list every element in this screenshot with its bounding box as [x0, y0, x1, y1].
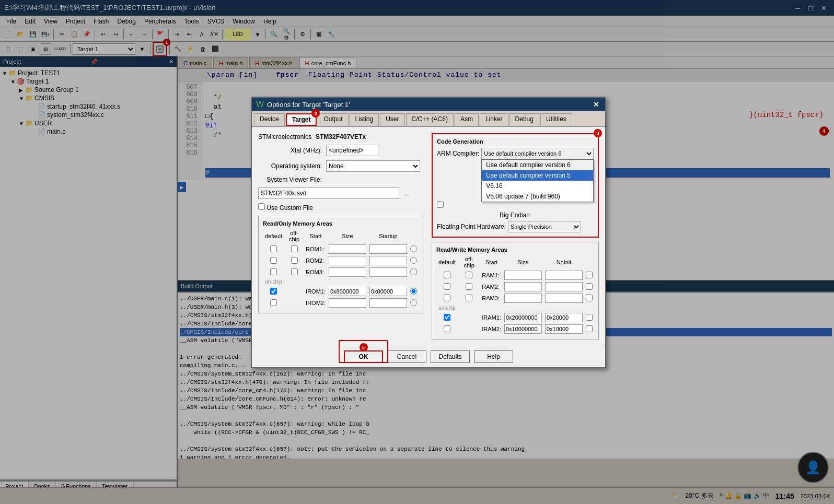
rom3-default-cb[interactable]: [270, 268, 277, 275]
dialog-tab-linker[interactable]: Linker: [480, 113, 508, 126]
dialog-left-section: STMicroelectronics STM32F407VETx Xtal (M…: [258, 133, 423, 339]
ok-btn-wrapper: OK 5: [344, 350, 383, 363]
iram1-default-cb[interactable]: [444, 314, 450, 321]
iram2-size[interactable]: [545, 324, 583, 334]
iram1-noinit-cb[interactable]: [586, 314, 593, 321]
dialog-title-label: Options for Target 'Target 1': [267, 101, 350, 109]
ok-button[interactable]: OK: [344, 350, 383, 363]
irom2-default-cb[interactable]: [270, 299, 277, 306]
rom3-size[interactable]: [369, 267, 407, 277]
dialog-tab-debug[interactable]: Debug: [509, 113, 539, 126]
ram2-offchip-cb[interactable]: [466, 283, 472, 290]
irom2-row: IROM2:: [263, 297, 419, 309]
rom3-offchip-cb[interactable]: [291, 268, 298, 275]
on-chip-rw-row: on-chip: [436, 304, 594, 312]
irom2-size[interactable]: [369, 298, 407, 308]
dialog-tab-utilities[interactable]: Utilities: [540, 113, 572, 126]
rom2-start[interactable]: [329, 256, 366, 265]
rw-col-default: default: [436, 255, 458, 269]
use-microlib-checkbox[interactable]: [437, 201, 444, 208]
ram3-offchip-cb[interactable]: [466, 295, 472, 301]
annotation-3: 3: [594, 129, 602, 137]
rom3-startup-rb[interactable]: [410, 268, 417, 275]
code-gen-title: Code Generation: [437, 138, 594, 145]
ram2-default-cb[interactable]: [444, 283, 450, 290]
rom1-startup-rb[interactable]: [410, 245, 417, 252]
rom3-row: ROM3:: [263, 266, 419, 278]
dialog-tab-user[interactable]: User: [380, 113, 404, 126]
ro-memory-title: Read/Only Memory Areas: [263, 220, 419, 227]
ram3-start[interactable]: [504, 294, 542, 303]
dialog-close-button[interactable]: ✕: [592, 100, 601, 109]
ram3-size[interactable]: [545, 294, 583, 303]
big-endian-row: Big Endian: [437, 212, 594, 219]
help-button[interactable]: Help: [474, 350, 513, 363]
svd-input[interactable]: [258, 187, 399, 199]
dialog-tab-target[interactable]: Target 2: [286, 113, 317, 126]
irom1-startup-rb[interactable]: [410, 288, 417, 295]
fp-hardware-select[interactable]: Single Precision: [508, 221, 581, 232]
ram1-label: RAM1:: [482, 272, 500, 278]
custom-file-row: Use Custom File: [258, 203, 423, 212]
irom1-default-cb[interactable]: [270, 288, 277, 295]
rom3-label: ROM3:: [306, 269, 324, 275]
ram2-size[interactable]: [545, 282, 583, 291]
rom1-start[interactable]: [329, 244, 366, 254]
irom2-startup-rb[interactable]: [410, 299, 417, 306]
ram1-size[interactable]: [545, 271, 583, 280]
iram2-start[interactable]: [504, 324, 542, 334]
svd-browse-button[interactable]: ...: [401, 187, 413, 199]
ro-memory-section: Read/Only Memory Areas default off-chip …: [258, 216, 423, 313]
rom1-label: ROM1:: [306, 246, 324, 252]
options-dialog: W Options for Target 'Target 1' ✕ Device…: [251, 97, 606, 368]
os-select[interactable]: None: [326, 160, 420, 172]
irom2-start[interactable]: [329, 298, 366, 308]
irom1-size[interactable]: [369, 287, 407, 296]
compiler-option-2[interactable]: Use default compiler version 5: [482, 170, 593, 181]
dialog-tab-device[interactable]: Device: [254, 113, 285, 126]
dialog-tab-asm[interactable]: Asm: [455, 113, 479, 126]
rw-memory-section: Read/Write Memory Areas default off-chip…: [432, 242, 599, 339]
rom1-offchip-cb[interactable]: [291, 245, 298, 252]
ram1-default-cb[interactable]: [444, 272, 450, 278]
ram3-label: RAM3:: [482, 295, 500, 301]
iram1-size[interactable]: [545, 313, 583, 322]
arm-compiler-select[interactable]: Use default compiler version 6: [481, 148, 594, 159]
arm-compiler-label: ARM Compiler:: [437, 150, 479, 157]
rw-memory-table: default off-chip Start Size NoInit: [436, 255, 594, 335]
cancel-button[interactable]: Cancel: [387, 350, 426, 363]
rom2-offchip-cb[interactable]: [291, 257, 298, 264]
dialog-tab-cpp[interactable]: C/C++ (AC6): [406, 113, 454, 126]
rom1-default-cb[interactable]: [270, 245, 277, 252]
compiler-option-3[interactable]: V6.16: [482, 181, 593, 191]
rw-col-size: Size: [503, 255, 543, 269]
iram1-row: IRAM1:: [436, 312, 594, 323]
ram3-row: RAM3:: [436, 292, 594, 304]
dialog-tab-output[interactable]: Output: [318, 113, 348, 126]
ram1-start[interactable]: [504, 271, 542, 280]
rom2-default-cb[interactable]: [270, 257, 277, 264]
dialog-tab-target-label: Target: [292, 116, 311, 123]
rom1-size[interactable]: [369, 244, 407, 254]
os-label: Operating system:: [258, 162, 326, 170]
dialog-tab-listing[interactable]: Listing: [350, 113, 379, 126]
compiler-option-4[interactable]: V5.06 update 7 (build 960): [482, 191, 593, 202]
rom3-start[interactable]: [329, 267, 366, 277]
iram2-noinit-cb[interactable]: [586, 325, 593, 332]
compiler-option-1[interactable]: Use default compiler version 6: [482, 160, 593, 170]
ram1-offchip-cb[interactable]: [466, 272, 472, 278]
rom2-size[interactable]: [369, 256, 407, 265]
ram2-noinit-cb[interactable]: [586, 283, 593, 290]
rom2-startup-rb[interactable]: [410, 257, 417, 264]
ram3-default-cb[interactable]: [444, 295, 450, 301]
ram2-start[interactable]: [504, 282, 542, 291]
ram3-noinit-cb[interactable]: [586, 295, 593, 301]
irom1-start[interactable]: [329, 287, 366, 296]
iram1-start[interactable]: [504, 313, 542, 322]
ram1-noinit-cb[interactable]: [586, 272, 593, 278]
defaults-button[interactable]: Defaults: [431, 350, 470, 363]
xtal-input[interactable]: [326, 145, 378, 156]
iram2-default-cb[interactable]: [444, 325, 450, 332]
ro-col-offchip: off-chip: [284, 229, 304, 243]
use-custom-file-checkbox[interactable]: [258, 203, 265, 210]
